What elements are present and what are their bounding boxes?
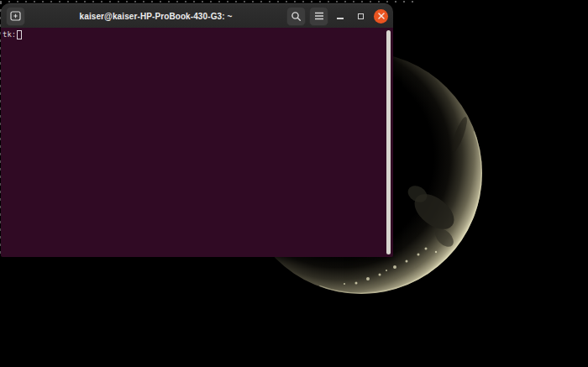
menu-icon: [314, 12, 324, 20]
titlebar[interactable]: kaiser@kaiser-HP-ProBook-430-G3: ~: [1, 3, 393, 28]
minimize-button[interactable]: [332, 7, 349, 26]
close-icon: [378, 13, 385, 19]
minimize-icon: [337, 18, 344, 19]
prompt-line: tk:: [3, 30, 22, 39]
menu-button[interactable]: [309, 7, 328, 26]
selection-border-top: [0, 1, 415, 3]
search-button[interactable]: [286, 7, 306, 26]
terminal-window: kaiser@kaiser-HP-ProBook-430-G3: ~: [1, 3, 393, 257]
maximize-icon: [358, 13, 364, 19]
terminal-scrollbar[interactable]: [386, 30, 391, 254]
new-tab-button[interactable]: [6, 7, 25, 26]
terminal-cursor: [17, 30, 22, 39]
prompt-text: tk:: [3, 30, 16, 39]
window-title: kaiser@kaiser-HP-ProBook-430-G3: ~: [29, 4, 283, 29]
maximize-button[interactable]: [352, 7, 369, 26]
terminal-content-area[interactable]: tk:: [1, 28, 393, 257]
search-icon: [291, 11, 302, 22]
new-tab-icon: [10, 11, 21, 21]
close-button[interactable]: [374, 9, 388, 24]
